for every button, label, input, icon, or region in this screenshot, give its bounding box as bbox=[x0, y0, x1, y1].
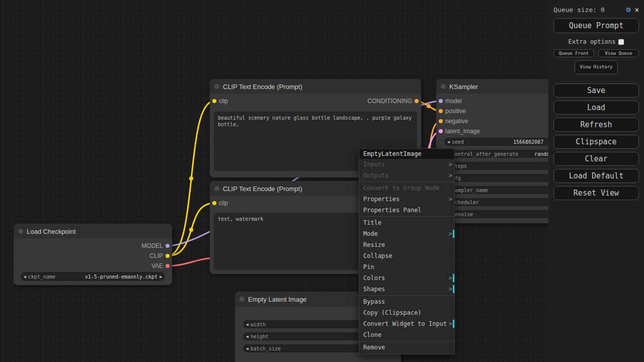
node-load-checkpoint[interactable]: Load Checkpoint MODELCLIPVAE ◀ ckpt_name… bbox=[14, 224, 172, 285]
node-title: Load Checkpoint bbox=[27, 228, 76, 235]
menu-item-label: Colors bbox=[363, 275, 385, 282]
refresh-button[interactable]: Refresh bbox=[553, 118, 639, 132]
slot-out-clip: CLIP bbox=[14, 251, 172, 261]
node-title: CLIP Text Encode (Prompt) bbox=[223, 185, 302, 193]
load-button[interactable]: Load bbox=[553, 101, 639, 115]
menu-item-inputs: Inputs> bbox=[359, 159, 454, 170]
decrement-arrow-icon[interactable]: ◀ bbox=[246, 322, 249, 327]
slot-label: MODEL bbox=[141, 242, 163, 249]
slot-dot-clip[interactable] bbox=[212, 99, 216, 103]
view-history-button[interactable]: View History bbox=[575, 60, 618, 74]
node-title-bar[interactable]: Load Checkpoint bbox=[14, 224, 172, 239]
menu-item-label: Convert Widget to Input bbox=[363, 320, 447, 327]
menu-item-clone[interactable]: Clone bbox=[359, 329, 454, 340]
menu-separator bbox=[359, 182, 454, 182]
widget-ckpt-name[interactable]: ◀ ckpt_name v1-5-pruned-emaonly.ckpt ▶ bbox=[21, 272, 165, 281]
menu-item-pin[interactable]: Pin bbox=[359, 261, 454, 273]
widget-label: batch_size bbox=[251, 346, 281, 351]
menu-item-label: Convert to Group Node bbox=[363, 185, 440, 192]
clear-button[interactable]: Clear bbox=[553, 152, 639, 166]
menu-item-colors[interactable]: Colors> bbox=[359, 273, 454, 284]
menu-item-label: Remove bbox=[363, 344, 385, 351]
menu-item-copy-clipspace[interactable]: Copy (Clipspace) bbox=[359, 307, 454, 318]
left-arrow-icon[interactable]: ◀ bbox=[24, 275, 26, 279]
slot-label: CONDITIONING bbox=[367, 98, 412, 105]
menu-item-label: Collapse bbox=[363, 252, 392, 259]
node-title-bar[interactable]: CLIP Text Encode (Prompt) bbox=[210, 79, 421, 94]
slot-dot-conditioning[interactable] bbox=[415, 99, 419, 103]
slot-out-vae: VAE bbox=[14, 261, 172, 271]
slot-out-conditioning: CONDITIONING bbox=[365, 96, 421, 106]
slot-dot-latent-image[interactable] bbox=[439, 129, 443, 133]
submenu-arrow-icon: > bbox=[449, 284, 452, 295]
slot-dot-positive[interactable] bbox=[439, 109, 443, 113]
collapse-dot[interactable] bbox=[239, 297, 245, 302]
widget-value: 1566802087 bbox=[513, 139, 543, 145]
decrement-arrow-icon[interactable]: ◀ bbox=[246, 334, 249, 339]
slot-dot-negative[interactable] bbox=[439, 119, 443, 123]
menu-item-bypass[interactable]: Bypass bbox=[359, 296, 454, 307]
menu-item-properties-panel[interactable]: Properties Panel bbox=[359, 205, 454, 216]
submenu-arrow-icon: > bbox=[449, 273, 452, 284]
wire-clip-to-positive-prompt bbox=[168, 101, 214, 256]
collapse-dot[interactable] bbox=[214, 84, 219, 89]
menu-item-properties[interactable]: Properties> bbox=[359, 194, 454, 205]
slot-label: positive bbox=[445, 108, 466, 115]
load-default-button[interactable]: Load Default bbox=[553, 169, 639, 183]
right-arrow-icon[interactable]: ▶ bbox=[159, 275, 162, 279]
slot-dot-model[interactable] bbox=[439, 99, 443, 103]
settings-gear-icon[interactable]: ⚙ bbox=[626, 5, 631, 14]
slot-dot-clip[interactable] bbox=[212, 201, 216, 205]
menu-item-label: Bypass bbox=[363, 298, 385, 305]
submenu-arrow-icon: > bbox=[449, 159, 452, 170]
menu-item-remove[interactable]: Remove bbox=[359, 342, 454, 353]
collapse-dot[interactable] bbox=[214, 186, 219, 191]
collapse-dot[interactable] bbox=[441, 84, 446, 89]
menu-item-convert-to-group-node: Convert to Group Node bbox=[359, 183, 454, 194]
menu-item-label: Title bbox=[363, 219, 381, 226]
menu-item-label: Outputs bbox=[363, 172, 389, 179]
view-queue-button[interactable]: View Queue bbox=[598, 49, 639, 57]
menu-item-label: Copy (Clipspace) bbox=[363, 309, 422, 316]
wire-clip-to-negative-prompt bbox=[168, 203, 214, 256]
slot-label: latent_image bbox=[445, 128, 480, 135]
menu-item-outputs: Outputs> bbox=[359, 170, 454, 181]
extra-options-label: Extra options bbox=[569, 38, 616, 45]
menu-item-shapes[interactable]: Shapes> bbox=[359, 284, 454, 295]
slot-in-clip: clip bbox=[210, 96, 230, 106]
menu-item-label: Shapes bbox=[363, 286, 385, 293]
reset-view-button[interactable]: Reset View bbox=[553, 186, 639, 200]
menu-item-collapse[interactable]: Collapse bbox=[359, 250, 454, 261]
extra-options-checkbox[interactable] bbox=[618, 39, 624, 45]
decrement-arrow-icon[interactable]: ◀ bbox=[246, 346, 249, 351]
menu-item-title[interactable]: Title bbox=[359, 217, 454, 228]
menu-item-mode[interactable]: Mode> bbox=[359, 228, 454, 239]
close-icon[interactable]: ✕ bbox=[635, 6, 639, 14]
slot-dot-model[interactable] bbox=[166, 244, 170, 248]
submenu-accent-bar bbox=[453, 230, 454, 238]
menu-item-convert-widget-to-input[interactable]: Convert Widget to Input> bbox=[359, 318, 454, 329]
menu-item-label: Clone bbox=[363, 331, 381, 338]
slot-dot-clip[interactable] bbox=[166, 254, 170, 258]
menu-item-label: Inputs bbox=[363, 161, 385, 168]
widget-label: control_after_generate bbox=[452, 151, 518, 157]
queue-front-button[interactable]: Queue Front bbox=[553, 49, 594, 57]
slot-dot-vae[interactable] bbox=[166, 264, 170, 268]
context-menu: EmptyLatentImage Inputs>Outputs>Convert … bbox=[359, 148, 455, 354]
submenu-arrow-icon: > bbox=[449, 170, 452, 181]
widget-label: ckpt_name bbox=[28, 274, 55, 280]
slot-label: clip bbox=[219, 200, 228, 207]
link-midpoint-dot bbox=[427, 104, 431, 108]
slot-label: VAE bbox=[151, 262, 163, 269]
widget-label: scheduler bbox=[452, 200, 479, 205]
collapse-dot[interactable] bbox=[18, 229, 23, 234]
link-midpoint-dot bbox=[189, 228, 193, 232]
save-button[interactable]: Save bbox=[553, 83, 639, 98]
menu-item-label: Resize bbox=[363, 241, 385, 248]
widget-label: seed bbox=[452, 139, 464, 145]
menu-item-resize[interactable]: Resize bbox=[359, 239, 454, 250]
decrement-arrow-icon[interactable]: ◀ bbox=[447, 140, 450, 144]
clipspace-button[interactable]: Clipspace bbox=[553, 135, 639, 149]
slot-out-model: MODEL bbox=[14, 241, 172, 251]
queue-prompt-button[interactable]: Queue Prompt bbox=[553, 18, 639, 33]
